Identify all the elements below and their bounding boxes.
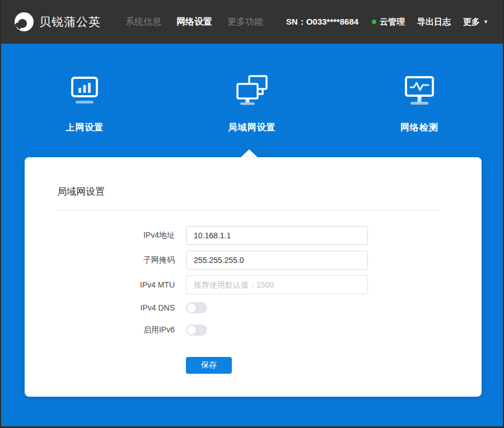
monitor-pulse-icon [402,73,437,109]
device-sn: SN：O033****8684 [286,17,358,27]
form-row-subnet-mask: 子网掩码 [57,251,449,270]
cloud-manage-link[interactable]: 云管理 [372,17,405,27]
panel-title: 局域网设置 [57,185,449,199]
menu-item-more-features[interactable]: 更多功能 [227,16,263,28]
oray-logo-icon [15,12,34,31]
divider [57,210,438,210]
monitor-bars-icon [67,73,102,109]
export-log-link[interactable]: 导出日志 [417,17,451,27]
menu-item-network-settings[interactable]: 网络设置 [176,16,212,28]
subnet-mask-input[interactable] [186,251,368,270]
app-window: 贝锐蒲公英 系统信息 网络设置 更多功能 SN：O033****8684 云管理… [0,0,504,428]
menu-item-system-info[interactable]: 系统信息 [125,16,161,28]
brand-name: 贝锐蒲公英 [39,14,101,30]
online-status-dot [372,20,376,24]
ipv4-mtu-label: IPv4 MTU [57,280,175,289]
toggle-knob [186,303,197,313]
form-row-ipv4-address: IPv4地址 [57,226,449,245]
enable-ipv6-toggle[interactable] [186,324,207,336]
main-menu: 系统信息 网络设置 更多功能 [125,16,278,28]
ipv4-address-label: IPv4地址 [57,231,175,241]
export-log-label: 导出日志 [417,17,451,27]
ipv4-address-input[interactable] [186,226,368,245]
ipv4-dns-toggle[interactable] [186,302,207,313]
more-dropdown[interactable]: 更多 ▼ [463,17,488,27]
tab-internet-settings[interactable]: 上网设置 [1,44,169,134]
tab-label: 局域网设置 [228,122,276,134]
ipv4-dns-label: IPv4 DNS [57,303,175,312]
lan-settings-panel: 局域网设置 IPv4地址 子网掩码 IPv4 MTU IPv4 DNS 启用IP… [25,157,482,397]
form-row-ipv4-dns: IPv4 DNS [57,302,449,313]
brand-logo-link[interactable]: 贝锐蒲公英 [15,12,101,31]
save-button[interactable]: 保存 [186,357,232,374]
form-row-enable-ipv6: 启用IPv6 [57,324,449,336]
tab-label: 网络检测 [400,122,438,134]
active-tab-pointer [241,149,258,157]
cloud-manage-label: 云管理 [380,17,405,27]
dual-monitors-icon [234,73,270,109]
subnet-mask-label: 子网掩码 [57,255,175,265]
tab-network-detection[interactable]: 网络检测 [335,44,503,134]
tab-lan-settings[interactable]: 局域网设置 [169,44,336,134]
enable-ipv6-label: 启用IPv6 [57,325,175,335]
ipv4-mtu-input[interactable] [186,275,368,294]
more-label: 更多 [463,17,480,27]
toggle-knob [186,325,197,335]
top-navbar: 贝锐蒲公英 系统信息 网络设置 更多功能 SN：O033****8684 云管理… [1,0,503,44]
form-row-ipv4-mtu: IPv4 MTU [57,275,449,294]
caret-down-icon: ▼ [483,19,488,25]
tab-label: 上网设置 [66,122,104,134]
settings-tab-strip: 上网设置 局域网设置 [1,44,503,134]
save-row: 保存 [57,357,449,374]
navbar-right: SN：O033****8684 云管理 导出日志 更多 ▼ [286,17,488,27]
